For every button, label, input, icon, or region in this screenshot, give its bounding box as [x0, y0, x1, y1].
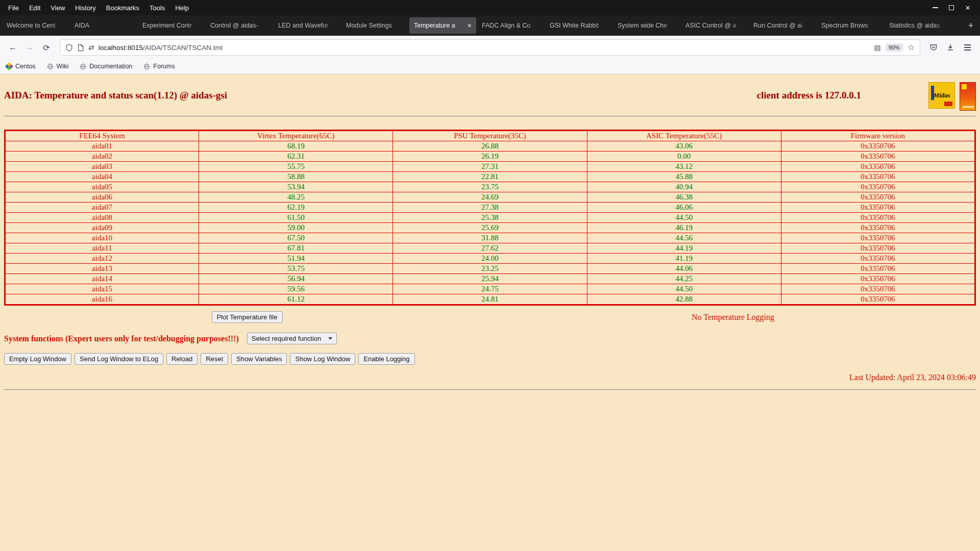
- asic-temp-cell: 40.94: [587, 182, 781, 192]
- reader-mode-icon[interactable]: ▤: [874, 44, 880, 51]
- virtex-temp-cell: 68.19: [199, 141, 393, 152]
- tab-label: Module Settings: [346, 22, 404, 29]
- tab-label: Spectrum Brows: [821, 22, 879, 29]
- url-text: localhost:8015/AIDA/TSCAN/TSCAN.tml: [99, 44, 223, 52]
- table-row: aida0262.3126.190.000x3350706: [5, 152, 975, 162]
- midas-logo: Midas: [928, 82, 955, 109]
- page-icon[interactable]: [77, 44, 84, 52]
- tab-7[interactable]: Temperature a✕: [409, 17, 476, 34]
- firmware-cell: 0x3350706: [781, 264, 975, 274]
- psu-temp-cell: 22.81: [393, 172, 587, 182]
- tab-close-icon[interactable]: ✕: [467, 22, 472, 29]
- zoom-level-badge[interactable]: 90%: [886, 43, 903, 52]
- tab-4[interactable]: Control @ aidas-: [206, 17, 273, 34]
- forward-button[interactable]: →: [22, 40, 37, 55]
- system-functions-label: System functions (Expert users only for …: [4, 334, 239, 343]
- menu-file[interactable]: File: [3, 2, 24, 14]
- tab-3[interactable]: Experiment Contr: [138, 17, 205, 34]
- enable-logging-button[interactable]: Enable Logging: [358, 353, 414, 365]
- firmware-cell: 0x3350706: [781, 213, 975, 223]
- table-row: aida0458.8822.8145.880x3350706: [5, 172, 975, 182]
- menu-edit[interactable]: Edit: [24, 2, 45, 14]
- navigation-toolbar: ← → ⟳ ⇄ localhost:8015/AIDA/TSCAN/TSCAN.…: [0, 36, 980, 59]
- psu-temp-cell: 25.94: [393, 274, 587, 284]
- globe-icon: [47, 63, 54, 70]
- fee64-system-cell: aida05: [5, 182, 199, 192]
- tab-8[interactable]: FADC Align & Co: [477, 17, 544, 34]
- downloads-icon[interactable]: [943, 40, 958, 55]
- asic-temp-cell: 44.50: [587, 213, 781, 223]
- bookmark-label: Forums: [153, 63, 175, 70]
- tab-label: FADC Align & Co: [482, 22, 540, 29]
- menu-view[interactable]: View: [45, 2, 70, 14]
- tab-13[interactable]: Spectrum Brows: [817, 17, 884, 34]
- fee64-system-cell: aida06: [5, 192, 199, 203]
- reload-button[interactable]: Reload: [166, 353, 198, 365]
- firmware-cell: 0x3350706: [781, 233, 975, 243]
- bookmark-forums[interactable]: Forums: [143, 63, 175, 70]
- fee64-system-cell: aida02: [5, 152, 199, 162]
- fee64-system-cell: aida14: [5, 274, 199, 284]
- tab-label: System wide Che: [618, 22, 675, 29]
- psu-temp-cell: 24.69: [393, 192, 587, 203]
- menu-list: FileEditViewHistoryBookmarksToolsHelp: [3, 2, 194, 14]
- shield-icon[interactable]: [65, 44, 73, 52]
- plot-temperature-file-button[interactable]: Plot Temperature file: [212, 311, 283, 323]
- bookmark-centos[interactable]: Centos: [6, 63, 36, 70]
- bookmark-wiki[interactable]: Wiki: [47, 63, 69, 70]
- reset-button[interactable]: Reset: [201, 353, 228, 365]
- tab-10[interactable]: System wide Che: [613, 17, 680, 34]
- close-button[interactable]: ✕: [960, 1, 976, 14]
- tab-12[interactable]: Run Control @ ai: [749, 17, 816, 34]
- psu-temp-cell: 27.31: [393, 162, 587, 172]
- connection-icon[interactable]: ⇄: [88, 44, 94, 51]
- menu-tools[interactable]: Tools: [144, 2, 170, 14]
- minimize-button[interactable]: [927, 1, 943, 14]
- show-variables-button[interactable]: Show Variables: [231, 353, 287, 365]
- bookmark-documentation[interactable]: Documentation: [80, 63, 132, 70]
- tab-2[interactable]: AIDA: [70, 17, 137, 34]
- maximize-button[interactable]: [943, 1, 960, 14]
- tab-14[interactable]: Statistics @ aidas: [885, 17, 951, 34]
- show-log-window-button[interactable]: Show Log Window: [290, 353, 355, 365]
- tab-5[interactable]: LED and Wavefor: [274, 17, 340, 34]
- firmware-cell: 0x3350706: [781, 294, 975, 305]
- tab-6[interactable]: Module Settings: [341, 17, 408, 34]
- fee64-system-cell: aida16: [5, 294, 199, 305]
- url-bar[interactable]: ⇄ localhost:8015/AIDA/TSCAN/TSCAN.tml ▤ …: [60, 39, 920, 56]
- menu-history[interactable]: History: [70, 2, 101, 14]
- tab-label: AIDA: [75, 22, 132, 29]
- psu-temp-cell: 25.69: [393, 223, 587, 233]
- function-select-value: Select required function: [252, 335, 322, 342]
- new-tab-button[interactable]: +: [963, 18, 978, 33]
- virtex-temp-cell: 53.94: [199, 182, 393, 192]
- tab-9[interactable]: GSI White Rabbit: [545, 17, 612, 34]
- tab-11[interactable]: ASIC Control @ a: [681, 17, 748, 34]
- fee64-system-cell: aida15: [5, 284, 199, 294]
- column-header: Firmware version: [781, 131, 975, 141]
- firmware-cell: 0x3350706: [781, 284, 975, 294]
- tab-label: Experiment Contr: [142, 22, 200, 29]
- reload-button[interactable]: ⟳: [39, 40, 54, 55]
- bookmark-label: Wiki: [57, 63, 69, 70]
- bookmarks-list: CentosWikiDocumentationForums: [6, 63, 175, 70]
- tab-1[interactable]: Welcome to Cent: [2, 17, 69, 34]
- menu-bookmarks[interactable]: Bookmarks: [101, 2, 144, 14]
- psu-temp-cell: 25.38: [393, 213, 587, 223]
- bookmark-star-icon[interactable]: ☆: [908, 43, 915, 52]
- fee64-system-cell: aida07: [5, 203, 199, 213]
- firmware-cell: 0x3350706: [781, 243, 975, 254]
- pocket-icon[interactable]: [926, 40, 941, 55]
- back-button[interactable]: ←: [5, 40, 20, 55]
- tab-label: Welcome to Cent: [7, 22, 64, 29]
- virtex-temp-cell: 55.75: [199, 162, 393, 172]
- menu-hamburger-icon[interactable]: [960, 40, 975, 55]
- url-path: /AIDA/TSCAN/TSCAN.tml: [143, 44, 223, 52]
- fee64-system-cell: aida11: [5, 243, 199, 254]
- function-select[interactable]: Select required function: [247, 333, 337, 344]
- menu-help[interactable]: Help: [170, 2, 194, 14]
- send-log-window-to-elog-button[interactable]: Send Log Window to ELog: [75, 353, 163, 365]
- empty-log-window-button[interactable]: Empty Log Window: [4, 353, 71, 365]
- psu-temp-cell: 26.19: [393, 152, 587, 162]
- virtex-temp-cell: 62.31: [199, 152, 393, 162]
